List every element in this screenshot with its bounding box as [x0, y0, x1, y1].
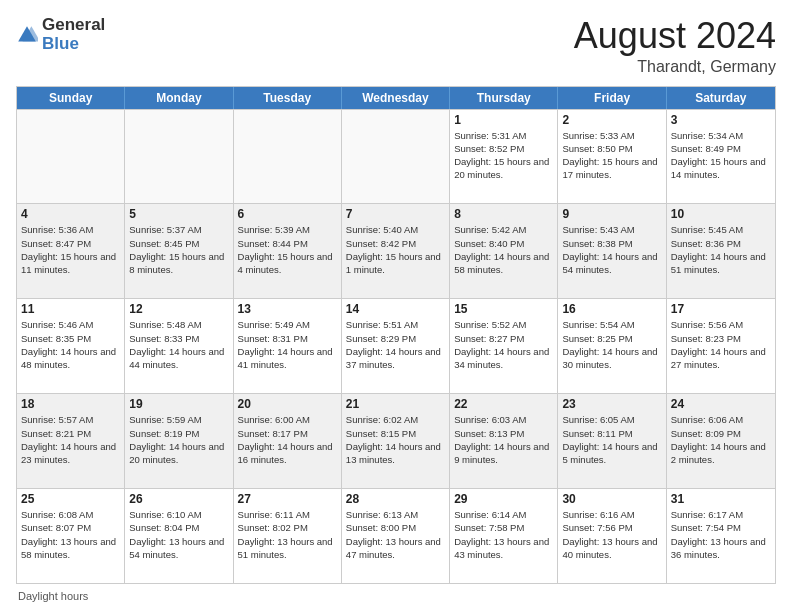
sunset-text: Sunset: 7:56 PM: [562, 521, 661, 534]
day-number: 9: [562, 207, 661, 221]
sunset-text: Sunset: 7:58 PM: [454, 521, 553, 534]
cal-cell: 7Sunrise: 5:40 AMSunset: 8:42 PMDaylight…: [342, 204, 450, 298]
daylight-text: Daylight: 13 hours and 43 minutes.: [454, 535, 553, 562]
header-saturday: Saturday: [667, 87, 775, 109]
day-number: 6: [238, 207, 337, 221]
day-number: 21: [346, 397, 445, 411]
day-number: 22: [454, 397, 553, 411]
cal-cell: 15Sunrise: 5:52 AMSunset: 8:27 PMDayligh…: [450, 299, 558, 393]
logo-blue-text: Blue: [42, 35, 105, 54]
sunset-text: Sunset: 8:42 PM: [346, 237, 445, 250]
cal-cell: 6Sunrise: 5:39 AMSunset: 8:44 PMDaylight…: [234, 204, 342, 298]
sunset-text: Sunset: 8:52 PM: [454, 142, 553, 155]
cal-cell: 2Sunrise: 5:33 AMSunset: 8:50 PMDaylight…: [558, 110, 666, 204]
sunrise-text: Sunrise: 5:49 AM: [238, 318, 337, 331]
sunrise-text: Sunrise: 5:56 AM: [671, 318, 771, 331]
cal-cell: 13Sunrise: 5:49 AMSunset: 8:31 PMDayligh…: [234, 299, 342, 393]
daylight-text: Daylight: 13 hours and 47 minutes.: [346, 535, 445, 562]
day-number: 31: [671, 492, 771, 506]
daylight-text: Daylight: 15 hours and 4 minutes.: [238, 250, 337, 277]
sunrise-text: Sunrise: 5:43 AM: [562, 223, 661, 236]
sunrise-text: Sunrise: 5:48 AM: [129, 318, 228, 331]
logo-text: General Blue: [42, 16, 105, 53]
sunrise-text: Sunrise: 5:59 AM: [129, 413, 228, 426]
day-number: 26: [129, 492, 228, 506]
daylight-text: Daylight: 14 hours and 37 minutes.: [346, 345, 445, 372]
calendar-body: 1Sunrise: 5:31 AMSunset: 8:52 PMDaylight…: [17, 109, 775, 583]
sunset-text: Sunset: 8:47 PM: [21, 237, 120, 250]
daylight-text: Daylight: 14 hours and 34 minutes.: [454, 345, 553, 372]
sunset-text: Sunset: 8:13 PM: [454, 427, 553, 440]
cal-cell: 5Sunrise: 5:37 AMSunset: 8:45 PMDaylight…: [125, 204, 233, 298]
day-number: 19: [129, 397, 228, 411]
day-number: 15: [454, 302, 553, 316]
daylight-text: Daylight: 14 hours and 2 minutes.: [671, 440, 771, 467]
logo: General Blue: [16, 16, 105, 53]
cal-week-2: 4Sunrise: 5:36 AMSunset: 8:47 PMDaylight…: [17, 203, 775, 298]
cal-week-1: 1Sunrise: 5:31 AMSunset: 8:52 PMDaylight…: [17, 109, 775, 204]
sunset-text: Sunset: 8:49 PM: [671, 142, 771, 155]
sunrise-text: Sunrise: 5:33 AM: [562, 129, 661, 142]
cal-cell: 14Sunrise: 5:51 AMSunset: 8:29 PMDayligh…: [342, 299, 450, 393]
sunrise-text: Sunrise: 5:52 AM: [454, 318, 553, 331]
sunrise-text: Sunrise: 5:45 AM: [671, 223, 771, 236]
sunrise-text: Sunrise: 6:02 AM: [346, 413, 445, 426]
day-number: 18: [21, 397, 120, 411]
cal-cell: 3Sunrise: 5:34 AMSunset: 8:49 PMDaylight…: [667, 110, 775, 204]
cal-week-3: 11Sunrise: 5:46 AMSunset: 8:35 PMDayligh…: [17, 298, 775, 393]
daylight-text: Daylight: 14 hours and 5 minutes.: [562, 440, 661, 467]
daylight-text: Daylight: 14 hours and 58 minutes.: [454, 250, 553, 277]
daylight-text: Daylight: 14 hours and 20 minutes.: [129, 440, 228, 467]
header-monday: Monday: [125, 87, 233, 109]
cal-cell: 17Sunrise: 5:56 AMSunset: 8:23 PMDayligh…: [667, 299, 775, 393]
sunset-text: Sunset: 8:19 PM: [129, 427, 228, 440]
cal-cell: 4Sunrise: 5:36 AMSunset: 8:47 PMDaylight…: [17, 204, 125, 298]
day-number: 1: [454, 113, 553, 127]
sunrise-text: Sunrise: 5:40 AM: [346, 223, 445, 236]
day-number: 13: [238, 302, 337, 316]
header-sunday: Sunday: [17, 87, 125, 109]
header-thursday: Thursday: [450, 87, 558, 109]
sunrise-text: Sunrise: 6:05 AM: [562, 413, 661, 426]
day-number: 30: [562, 492, 661, 506]
daylight-text: Daylight: 15 hours and 8 minutes.: [129, 250, 228, 277]
day-number: 16: [562, 302, 661, 316]
daylight-text: Daylight: 14 hours and 41 minutes.: [238, 345, 337, 372]
header-wednesday: Wednesday: [342, 87, 450, 109]
sunrise-text: Sunrise: 6:17 AM: [671, 508, 771, 521]
daylight-text: Daylight: 13 hours and 36 minutes.: [671, 535, 771, 562]
sunrise-text: Sunrise: 5:31 AM: [454, 129, 553, 142]
daylight-text: Daylight: 14 hours and 9 minutes.: [454, 440, 553, 467]
cal-cell: 10Sunrise: 5:45 AMSunset: 8:36 PMDayligh…: [667, 204, 775, 298]
header: General Blue August 2024 Tharandt, Germa…: [16, 16, 776, 76]
sunset-text: Sunset: 8:50 PM: [562, 142, 661, 155]
sunrise-text: Sunrise: 6:13 AM: [346, 508, 445, 521]
cal-cell: 24Sunrise: 6:06 AMSunset: 8:09 PMDayligh…: [667, 394, 775, 488]
day-number: 29: [454, 492, 553, 506]
title-block: August 2024 Tharandt, Germany: [574, 16, 776, 76]
cal-cell: 21Sunrise: 6:02 AMSunset: 8:15 PMDayligh…: [342, 394, 450, 488]
day-number: 27: [238, 492, 337, 506]
daylight-text: Daylight: 14 hours and 30 minutes.: [562, 345, 661, 372]
sunset-text: Sunset: 8:40 PM: [454, 237, 553, 250]
sunset-text: Sunset: 8:11 PM: [562, 427, 661, 440]
daylight-text: Daylight: 15 hours and 14 minutes.: [671, 155, 771, 182]
day-number: 14: [346, 302, 445, 316]
sunset-text: Sunset: 8:38 PM: [562, 237, 661, 250]
sunrise-text: Sunrise: 6:08 AM: [21, 508, 120, 521]
header-tuesday: Tuesday: [234, 87, 342, 109]
sunrise-text: Sunrise: 5:57 AM: [21, 413, 120, 426]
daylight-text: Daylight: 13 hours and 54 minutes.: [129, 535, 228, 562]
sunrise-text: Sunrise: 5:51 AM: [346, 318, 445, 331]
sunrise-text: Sunrise: 5:36 AM: [21, 223, 120, 236]
cal-cell: 28Sunrise: 6:13 AMSunset: 8:00 PMDayligh…: [342, 489, 450, 583]
day-number: 23: [562, 397, 661, 411]
sunset-text: Sunset: 8:44 PM: [238, 237, 337, 250]
sunset-text: Sunset: 8:07 PM: [21, 521, 120, 534]
sunset-text: Sunset: 8:17 PM: [238, 427, 337, 440]
cal-cell: 1Sunrise: 5:31 AMSunset: 8:52 PMDaylight…: [450, 110, 558, 204]
day-number: 4: [21, 207, 120, 221]
header-friday: Friday: [558, 87, 666, 109]
sunrise-text: Sunrise: 5:37 AM: [129, 223, 228, 236]
cal-cell: [342, 110, 450, 204]
